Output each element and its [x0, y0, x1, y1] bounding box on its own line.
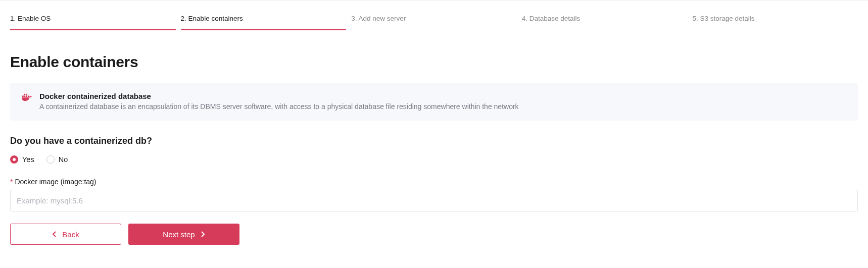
back-button[interactable]: Back	[10, 224, 121, 245]
radio-no[interactable]: No	[46, 155, 68, 164]
back-button-label: Back	[62, 230, 79, 239]
step-label: 2. Enable containers	[181, 15, 243, 22]
chevron-right-icon	[200, 230, 205, 239]
svg-rect-5	[28, 95, 29, 97]
step-enable-os[interactable]: 1. Enable OS	[10, 15, 176, 30]
question-label: Do you have a containerized db?	[10, 136, 858, 146]
docker-image-label: *Docker image (image:tag)	[10, 178, 858, 186]
step-label: 1. Enable OS	[10, 15, 51, 22]
required-mark: *	[10, 178, 13, 186]
step-database-details[interactable]: 4. Database details	[522, 15, 688, 30]
radio-group: Yes No	[10, 155, 858, 164]
next-step-button[interactable]: Next step	[128, 224, 239, 245]
page-title: Enable containers	[10, 53, 858, 71]
step-enable-containers[interactable]: 2. Enable containers	[181, 15, 347, 30]
svg-rect-0	[22, 95, 24, 97]
step-label: 3. Add new server	[351, 15, 406, 22]
step-add-new-server[interactable]: 3. Add new server	[351, 15, 517, 30]
svg-rect-2	[26, 95, 27, 97]
step-label: 5. S3 storage details	[692, 15, 754, 22]
docker-info-card: Docker containerized database A containe…	[10, 83, 858, 121]
radio-label: Yes	[22, 155, 34, 164]
step-label: 4. Database details	[522, 15, 581, 22]
svg-rect-4	[26, 94, 27, 95]
radio-yes[interactable]: Yes	[10, 155, 34, 164]
chevron-left-icon	[52, 230, 57, 239]
docker-image-input[interactable]	[10, 190, 858, 211]
radio-dot-icon	[10, 155, 18, 164]
docker-icon	[21, 93, 32, 103]
svg-rect-3	[24, 94, 26, 95]
field-label-text: Docker image (image:tag)	[15, 178, 96, 186]
next-step-button-label: Next step	[163, 230, 195, 239]
info-subtitle: A containerized database is an encapsula…	[39, 102, 519, 111]
info-title: Docker containerized database	[39, 92, 519, 100]
step-s3-storage-details[interactable]: 5. S3 storage details	[692, 15, 858, 30]
wizard-steps: 1. Enable OS 2. Enable containers 3. Add…	[10, 1, 858, 30]
svg-rect-1	[24, 95, 26, 97]
radio-label: No	[59, 155, 68, 164]
radio-dot-icon	[46, 155, 55, 164]
